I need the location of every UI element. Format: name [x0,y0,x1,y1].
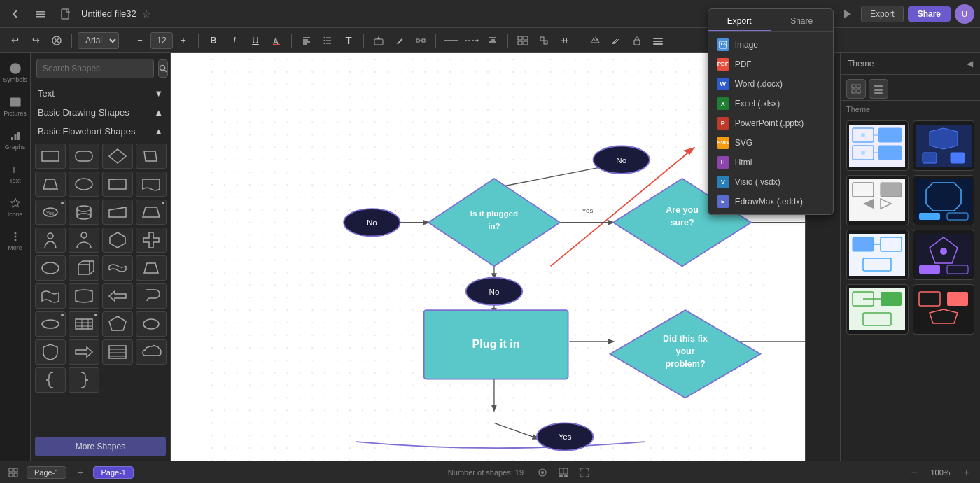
sidebar-item-symbols[interactable]: Symbols [3,57,28,88]
line-type-button[interactable] [463,31,481,50]
export-item-edrawmax[interactable]: E EdrawMax (.eddx) [708,192,833,211]
favorite-star[interactable]: ☆ [142,8,151,20]
sidebar-item-more[interactable]: More [3,225,28,256]
search-input[interactable] [36,59,154,78]
theme-item-7[interactable] [846,284,909,335]
sidebar-item-icons[interactable]: Icons [3,192,28,223]
page-tab-1[interactable]: Page-1 [27,466,66,479]
shape-arrow-right[interactable] [69,340,99,365]
shape-step[interactable] [102,172,133,197]
shape-rect-curve[interactable] [69,284,99,309]
view-options-icon[interactable] [535,465,550,480]
theme-item-6[interactable] [913,230,975,280]
section-flowchart[interactable]: Basic Flowchart Shapes ▲ [31,122,170,141]
section-basic-drawing[interactable]: Basic Drawing Shapes ▲ [31,103,170,122]
font-size-input[interactable] [150,32,173,49]
text-color-button[interactable]: A [267,31,286,50]
shape-pentagon[interactable] [102,312,133,337]
shape-manual-operation[interactable] [136,200,167,225]
shape-person[interactable] [35,227,66,253]
shape-wave2[interactable] [35,284,66,309]
sidebar-item-graphs[interactable]: Graphs [3,125,28,155]
distribute-button[interactable] [556,31,574,50]
shape-shield[interactable] [35,340,66,365]
present-button[interactable] [837,4,857,24]
more-shapes-button[interactable]: More Shapes [35,437,166,456]
menu-button[interactable] [31,4,50,24]
shape-rounded-rect[interactable] [69,144,99,169]
export-item-svg[interactable]: SVG SVG [708,133,833,153]
fill-color-button[interactable] [370,31,388,50]
shape-cloud[interactable] [136,340,167,365]
export-item-visio[interactable]: V Visio (.vsdx) [708,172,833,192]
page-tab-active[interactable]: Page-1 [93,466,133,479]
shape-list[interactable] [102,340,133,365]
theme-close-icon[interactable]: ◀ [967,59,973,69]
theme-item-8[interactable] [913,284,975,335]
shape-cylinder[interactable] [69,200,99,225]
shape-style-button[interactable] [586,31,604,50]
shape-arrow-left[interactable] [102,284,133,309]
font-size-increase[interactable]: + [174,31,192,50]
sidebar-item-pictures[interactable]: Pictures [3,91,28,122]
export-tab-export[interactable]: Export [708,12,771,31]
share-button[interactable]: Share [908,6,951,22]
lock-button[interactable] [628,31,646,50]
export-item-pdf[interactable]: PDF PDF [708,55,833,74]
redo-button[interactable]: ↪ [27,31,45,50]
theme-item-4[interactable] [913,175,975,225]
shape-document[interactable] [136,172,167,197]
shape-brace-open[interactable] [35,368,66,393]
font-size-decrease[interactable]: − [131,31,149,50]
sidebar-item-text[interactable]: T Text [3,158,28,189]
undo-button[interactable]: ↩ [6,31,24,50]
shape-table[interactable] [69,312,99,337]
theme-item-3[interactable] [846,175,909,225]
shape-process[interactable]: Yes [35,200,66,225]
clear-button[interactable] [48,31,66,50]
back-button[interactable] [6,4,25,24]
align-button[interactable] [298,31,316,50]
shape-cross[interactable] [136,227,167,253]
theme-item-1[interactable] [846,120,909,171]
export-item-html[interactable]: H Html [708,153,833,172]
arrange-button[interactable] [514,31,532,50]
shape-ellipse2[interactable] [35,312,66,337]
layout-icon[interactable] [556,465,571,480]
export-tab-share[interactable]: Share [771,12,833,31]
avatar[interactable]: U [955,4,974,24]
underline-button[interactable]: U [246,31,265,50]
search-button[interactable] [158,59,168,78]
shape-oval-soft[interactable] [136,312,167,337]
shape-diamond[interactable] [102,144,133,169]
shape-manual-input[interactable] [102,200,133,225]
export-item-word[interactable]: W Word (.docx) [708,74,833,94]
export-item-powerpoint[interactable]: P PowerPoint (.pptx) [708,113,833,133]
export-item-excel[interactable]: X Excel (.xlsx) [708,94,833,113]
position-button[interactable] [535,31,553,50]
font-selector[interactable]: Arial [78,32,119,49]
list-button[interactable] [318,31,337,50]
shape-cube[interactable] [69,255,99,281]
zoom-out-button[interactable]: − [906,465,922,480]
pen-button[interactable] [391,31,409,50]
theme-icon-1[interactable] [846,79,866,99]
bold-button[interactable]: B [204,31,223,50]
theme-icon-2[interactable] [869,79,888,99]
theme-item-2[interactable] [913,120,975,171]
shape-oval[interactable] [69,172,99,197]
text-format-button[interactable]: T [340,31,358,50]
italic-button[interactable]: I [225,31,244,50]
section-text[interactable]: Text ▼ [31,84,170,103]
zoom-in-button[interactable]: + [959,465,974,480]
shape-wave[interactable] [102,255,133,281]
shape-brace-close[interactable] [69,368,99,393]
node-no-center[interactable]: No [466,278,523,305]
shape-hexagon[interactable] [102,227,133,253]
shape-trapezoid2[interactable] [136,255,167,281]
connector-button[interactable] [412,31,430,50]
shape-oval2[interactable] [35,255,66,281]
theme-item-5[interactable] [846,230,909,280]
export-item-image[interactable]: Image [708,35,833,55]
node-yes-bottom[interactable]: Yes [537,423,594,450]
